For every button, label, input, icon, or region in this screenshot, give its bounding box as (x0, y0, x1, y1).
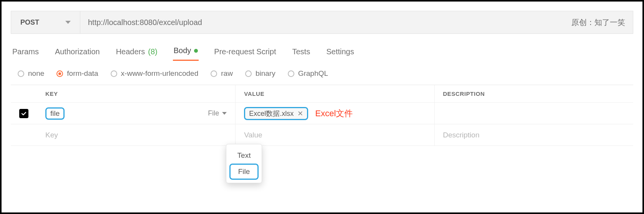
new-row-key-input[interactable]: Key (37, 124, 236, 145)
row-description-cell[interactable] (435, 103, 633, 124)
body-type-form-data[interactable]: form-data (56, 69, 98, 78)
row-checkbox-cell (11, 124, 37, 145)
value-annotation: Excel文件 (315, 108, 353, 119)
chevron-down-icon (65, 21, 71, 24)
tab-authorization[interactable]: Authorization (54, 44, 101, 61)
type-dropdown-menu: Text File (226, 144, 262, 183)
row-type-label: File (208, 109, 219, 117)
row-key-input[interactable]: file (45, 107, 65, 120)
tab-body[interactable]: Body (173, 43, 199, 61)
table-header-description: DESCRIPTION (435, 85, 633, 102)
request-editor-panel: POST http://localhost:8080/excel/upload … (0, 0, 644, 214)
remove-file-icon[interactable]: ✕ (297, 109, 303, 118)
table-row: file File Excel数据.xlsx ✕ Excel文件 (11, 103, 633, 124)
radio-icon (56, 70, 63, 77)
row-enabled-checkbox[interactable] (19, 109, 28, 118)
type-option-file[interactable]: File (229, 164, 259, 180)
body-type-raw[interactable]: raw (211, 69, 233, 78)
row-type-dropdown[interactable]: File (208, 109, 227, 117)
body-type-none[interactable]: none (18, 69, 44, 78)
tab-headers[interactable]: Headers (8) (115, 44, 158, 61)
radio-icon (288, 70, 294, 77)
url-text: http://localhost:8080/excel/upload (88, 18, 202, 27)
request-tabs: Params Authorization Headers (8) Body Pr… (12, 45, 633, 61)
http-method-dropdown[interactable]: POST (11, 11, 80, 33)
check-icon (21, 110, 27, 117)
tab-params[interactable]: Params (12, 44, 40, 61)
body-type-binary[interactable]: binary (245, 69, 276, 78)
type-option-text[interactable]: Text (229, 147, 259, 164)
url-bar: POST http://localhost:8080/excel/upload … (11, 11, 633, 34)
file-chip-name: Excel数据.xlsx (249, 109, 294, 118)
table-header-check (11, 89, 37, 99)
headers-count-badge: (8) (148, 47, 157, 56)
body-type-graphql[interactable]: GraphQL (288, 69, 328, 78)
body-type-urlencoded[interactable]: x-www-form-urlencoded (111, 69, 199, 78)
table-new-row: Key Value Description (11, 124, 633, 146)
table-header-key: KEY (37, 85, 236, 102)
radio-icon (245, 70, 252, 77)
row-checkbox-cell (11, 103, 37, 124)
form-data-table: KEY VALUE DESCRIPTION file File (11, 85, 633, 146)
new-row-description-input[interactable]: Description (435, 124, 633, 145)
table-header-row: KEY VALUE DESCRIPTION (11, 85, 633, 103)
chevron-down-icon (222, 112, 227, 115)
attribution-text: 原创：知了一笑 (571, 17, 625, 28)
radio-icon (18, 70, 24, 77)
new-row-value-input[interactable]: Value (236, 124, 434, 145)
row-key-cell: file File (37, 103, 236, 124)
radio-icon (111, 70, 117, 77)
http-method-label: POST (20, 18, 39, 27)
row-value-cell: Excel数据.xlsx ✕ Excel文件 (236, 103, 434, 124)
url-input[interactable]: http://localhost:8080/excel/upload (80, 11, 564, 33)
tab-tests[interactable]: Tests (291, 44, 311, 61)
tab-settings[interactable]: Settings (325, 44, 355, 61)
attribution-label: 原创：知了一笑 (564, 11, 633, 33)
table-header-value: VALUE (236, 85, 434, 102)
body-active-indicator-icon (194, 49, 198, 53)
body-type-selector: none form-data x-www-form-urlencoded raw… (11, 61, 633, 85)
tab-prerequest-script[interactable]: Pre-request Script (213, 44, 277, 61)
radio-icon (211, 70, 217, 77)
file-chip[interactable]: Excel数据.xlsx ✕ (244, 107, 308, 120)
